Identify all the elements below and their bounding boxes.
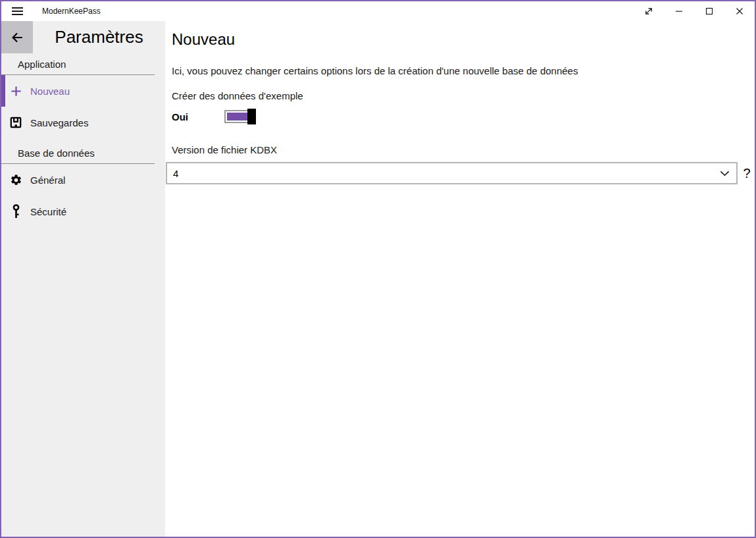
- app-window: ModernKeePass: [0, 0, 756, 538]
- app-title: ModernKeePass: [42, 7, 101, 16]
- page-description: Ici, vous pouvez changer certains option…: [172, 65, 752, 78]
- combobox-selected-value: 4: [173, 168, 720, 179]
- sidebar-item-nouveau[interactable]: Nouveau: [1, 75, 165, 107]
- hamburger-menu-button[interactable]: [1, 1, 33, 21]
- settings-sidebar: Paramètres Application Nouveau: [1, 21, 165, 537]
- gear-icon: [9, 173, 22, 186]
- close-button[interactable]: [724, 1, 755, 21]
- plus-icon: [9, 84, 22, 97]
- help-button[interactable]: ?: [742, 162, 752, 184]
- sidebar-header: Paramètres: [1, 21, 165, 53]
- sidebar-item-general[interactable]: Général: [1, 164, 165, 196]
- toggle-fill: [227, 113, 249, 121]
- key-icon: [9, 205, 22, 218]
- sample-data-label: Créer des données d'exemple: [172, 90, 752, 103]
- chevron-down-icon: [720, 171, 730, 176]
- kdbx-version-row: 4 ?: [166, 162, 752, 184]
- back-arrow-icon: [10, 30, 24, 45]
- kdbx-version-label: Version de fichier KDBX: [172, 144, 752, 157]
- maximize-button[interactable]: [694, 1, 724, 21]
- sidebar-item-label: Sauvegardes: [30, 117, 88, 128]
- fullscreen-icon: [643, 5, 655, 17]
- sidebar-item-sauvegardes[interactable]: Sauvegardes: [1, 107, 165, 138]
- page-title: Nouveau: [172, 28, 752, 51]
- sidebar-item-label: Sécurité: [30, 206, 66, 217]
- sidebar-item-securite[interactable]: Sécurité: [1, 196, 165, 227]
- content-row: Paramètres Application Nouveau: [1, 21, 755, 537]
- fullscreen-button[interactable]: [634, 1, 664, 21]
- sample-data-toggle[interactable]: [224, 110, 252, 123]
- minimize-icon: [673, 5, 685, 17]
- sidebar-item-label: Général: [30, 175, 65, 186]
- sidebar-item-label: Nouveau: [30, 86, 70, 97]
- window-controls: [634, 1, 755, 21]
- toggle-knob[interactable]: [247, 109, 256, 124]
- close-icon: [734, 5, 745, 17]
- hamburger-icon: [12, 7, 23, 15]
- section-label-application: Application: [1, 59, 155, 75]
- toggle-state-label: Oui: [172, 111, 224, 122]
- sidebar-title: Paramètres: [55, 27, 143, 47]
- back-button[interactable]: [1, 21, 33, 53]
- kdbx-version-combobox[interactable]: 4: [166, 162, 738, 184]
- settings-page-nouveau: Nouveau Ici, vous pouvez changer certain…: [165, 21, 755, 537]
- sample-data-toggle-row: Oui: [172, 108, 752, 125]
- minimize-button[interactable]: [664, 1, 694, 21]
- titlebar: ModernKeePass: [1, 1, 755, 21]
- save-icon: [9, 116, 22, 129]
- section-label-database: Base de données: [1, 148, 155, 164]
- maximize-icon: [703, 5, 715, 17]
